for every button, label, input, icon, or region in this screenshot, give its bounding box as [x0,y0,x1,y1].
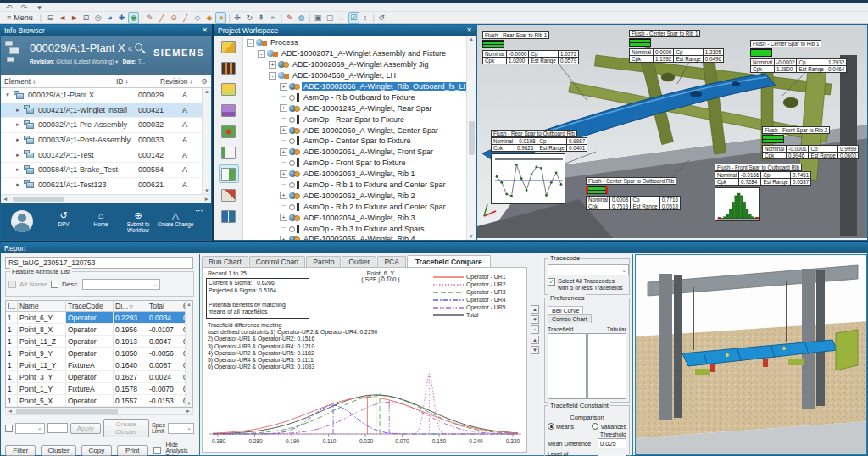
fit-view-icon[interactable]: ▢ [325,13,336,23]
table-row[interactable]: 1Point_3_YOperator0.16270.00240.55700.4 [6,371,192,383]
checkout-folders-icon[interactable] [219,37,239,56]
table-row[interactable]: ▸ 000032/A;1-Pre-Assembly 000032 A [1,118,211,133]
sort-icon[interactable]: ▲▼ [190,79,193,84]
vertical-scrollbar[interactable]: ▲▼ [466,36,476,240]
table-horizontal-scrollbar[interactable]: ◄► [5,408,193,415]
measurement-3d-viewport[interactable] [635,254,867,455]
history-back-icon[interactable]: ↺ [376,13,387,23]
means-radio[interactable] [548,423,554,430]
column-4[interactable]: Total [147,301,181,312]
close-icon[interactable]: ✕ [202,26,208,34]
solid-layer-icon[interactable]: ◆ [203,13,214,23]
cluster-value-input[interactable] [47,423,68,433]
assembly-icon[interactable]: ✚ [116,13,127,23]
layer-icon[interactable]: ◇ [192,13,203,23]
cluster-dropdown[interactable]: ⌄ [15,423,45,434]
column-id[interactable]: ID ▲▼ [113,77,157,86]
tree-node[interactable]: ─ AsmOp - Rib 1 to Fixture and Center Sp… [243,180,476,191]
hide-tabs-checkbox[interactable] [153,447,161,454]
tab-combo-chart[interactable]: Combo Chart [548,314,592,323]
collapse-icon[interactable]: « [128,44,133,53]
chart-scroll-button[interactable]: ▼ [531,315,539,324]
tab-outlier[interactable]: Outlier [342,256,376,267]
table-row[interactable]: ▸ 000621/A;1-Test123 000621 A [1,178,211,193]
table-row[interactable]: 1Point_5_XOperator0.1557-0.01530.54830.4 [6,395,192,407]
step-forward-icon[interactable]: ► [69,13,80,23]
window-overlay-icon[interactable]: ▣ [313,13,324,23]
measurement-callout[interactable]: Flush - Front Spar to Outboard Rib Nomin… [715,164,811,221]
tree-node[interactable]: ─ AsmOp - Center Spar to Fixture [243,136,476,147]
elevate-icon[interactable]: ↟ [256,13,267,23]
expand-icon[interactable]: + [280,104,287,112]
measure-pen-icon[interactable]: ✎ [144,13,155,23]
measurement-callout[interactable]: Flush - Front Spar to Rib 2 Nominal-0.00… [762,126,859,159]
tree-node[interactable]: + ADE-10002065_A-Winglet, Rib 4 [243,234,476,240]
table-row[interactable]: ▸ 000033/A;1-Post-Assembly 000033 A [1,133,211,148]
find-icon[interactable]: ◎ [92,13,103,23]
copy-button[interactable]: Copy [81,445,112,456]
caret-icon[interactable]: ▸ [14,136,21,143]
tree-node[interactable]: ─ AsmOp - Rib 3 to Fixture and Spars [243,223,476,234]
expand-icon[interactable]: + [280,236,287,240]
folder-structure-icon[interactable] [219,80,239,98]
filter-button[interactable]: Filter [5,445,36,456]
search-icon[interactable] [135,43,142,51]
desc-checkbox[interactable] [51,281,58,288]
caret-icon[interactable]: ▸ [14,166,21,173]
action-home[interactable]: ⌂Home [82,210,120,233]
table-row[interactable]: 1Point_1_YFixtureA0.1578-0.00700.55310.4 [6,383,192,395]
more-options-icon[interactable]: ⋯ [195,206,204,215]
collapse-icon[interactable]: - [269,72,276,80]
confidence-input[interactable]: 95 [598,453,626,456]
tree-layout-icon[interactable]: ⊟ [45,13,56,23]
vertical-scrollbar[interactable]: ▲▼ [202,88,211,194]
database-clock-icon[interactable] [219,101,239,120]
dropdown-icon[interactable]: ▾ [34,3,45,13]
spec-limit-dropdown[interactable]: ⌄ [168,423,194,434]
column-element[interactable]: Element ▲▼ [1,77,113,86]
zoom-select-icon[interactable]: ⊡ [81,13,92,23]
tree-node[interactable]: + ADE-10002061_A-Winglet, Front Spar [243,147,476,158]
column-0[interactable]: I... [6,301,18,312]
tab-run-chart[interactable]: Run Chart [202,256,248,267]
cluster-button[interactable]: Cluster [41,445,75,456]
process-document-icon[interactable] [219,164,239,183]
table-row[interactable]: 1Point_9_YOperator0.1850-0.00560.50170.4 [6,348,192,359]
print-button[interactable]: Print [117,445,147,456]
pie-analysis-icon[interactable]: ◕ [104,13,115,23]
caret-icon[interactable]: ▸ [14,121,21,128]
tab-control-chart[interactable]: Control Chart [249,256,306,267]
table-row[interactable]: ▸ 000142/A;1-Test 000142 A [1,147,211,163]
action-dpv[interactable]: ↺DPV [45,210,82,233]
create-cluster-button[interactable]: Create Cluster [103,419,149,437]
tree-node[interactable]: - ADE-10002071_A-Winglet Assembly and Fi… [243,48,476,59]
table-row[interactable]: ▸ 000584/A;1-Brake_Test 000584 A [1,163,211,178]
measure-arrow-icon[interactable] [219,186,239,204]
tree-node[interactable]: + ADE-10001245_A-Winglet, Rear Spar [243,103,476,114]
tab-bell-curve[interactable]: Bell Curve [548,306,583,314]
step-back-icon[interactable]: ◄ [57,13,68,23]
measure-circle-icon[interactable]: ⊙ [168,13,179,23]
measurement-callout[interactable]: Flush - Center Spar to Rib 1 Nominal0.00… [629,30,724,63]
sort-icon[interactable]: ▲▼ [125,79,129,84]
media-film-icon[interactable] [219,58,239,77]
swap-vertical-icon[interactable]: ↕ [360,13,371,23]
tab-tracefield-compare[interactable]: Tracefield Compare [407,255,491,268]
sphere-icon[interactable]: ● [215,12,226,24]
tabular-listbox[interactable] [587,333,626,399]
assembly-3d-viewport[interactable]: Flush - Rear Spar to Rib 1 Nominal-0.000… [476,24,868,241]
expand-icon[interactable]: + [280,83,287,91]
menu-button[interactable]: ≡Menu [3,14,36,22]
revision-value[interactable]: Global (Latest Working) [56,58,114,64]
tree-node[interactable]: + ADE-10002066_A-Winglet_Rib_Outboard_fs… [243,81,476,92]
tree-node[interactable]: - ADE-10004560_A-Winglet, LH [243,70,476,81]
routing-gear-icon[interactable] [219,122,239,141]
rotate-icon[interactable]: ↻ [244,13,255,23]
table-row[interactable]: 1Point_11_YFixtureA0.16400.00870.58060.4 [6,359,192,371]
measurement-callout[interactable]: Flush - Rear Spar to Rib 1 Nominal-0.000… [482,31,579,64]
chevron-down-icon[interactable]: ▾ [115,58,118,64]
close-icon[interactable]: ✕ [466,26,472,34]
expand-icon[interactable]: + [269,61,276,69]
expand-icon[interactable]: + [280,148,287,156]
variances-radio[interactable] [592,423,598,430]
